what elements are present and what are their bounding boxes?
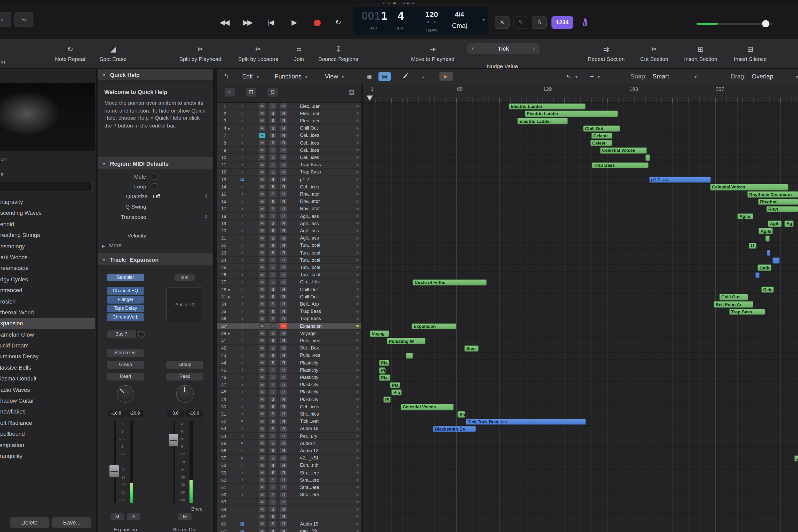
solo-button[interactable]: S xyxy=(269,258,276,263)
library-item[interactable]: Plasma Conduit xyxy=(0,374,95,385)
input-monitor-button[interactable]: I xyxy=(290,441,294,446)
mute-button[interactable]: M xyxy=(259,411,265,417)
region[interactable]: Sh xyxy=(457,411,465,418)
record-enable-button[interactable]: R xyxy=(280,441,287,446)
playhead-marker[interactable] xyxy=(367,95,373,101)
record-enable-button[interactable]: R xyxy=(280,404,287,410)
track-row[interactable]: 15♪MSRRhv...ator xyxy=(217,191,361,198)
pan-knob[interactable] xyxy=(176,385,194,403)
track-row[interactable]: 62♪MSRStra...ere xyxy=(217,491,361,498)
loop-checkbox[interactable] xyxy=(152,183,158,189)
no-overlap-button[interactable]: ✕ xyxy=(495,16,510,29)
solo-button[interactable]: S xyxy=(269,250,276,255)
library-item[interactable]: Antigravity xyxy=(0,197,95,208)
record-enable-button[interactable]: R xyxy=(280,433,287,439)
solo-button[interactable]: S xyxy=(269,507,276,512)
track-row[interactable]: 66▦MSRIAudio 15 xyxy=(217,521,361,528)
solo-button[interactable]: S xyxy=(269,338,276,344)
mute-button[interactable]: M xyxy=(259,133,265,138)
solo-button[interactable]: S xyxy=(269,279,276,285)
track-row[interactable]: 64MSR xyxy=(217,506,361,513)
fader-thumb[interactable] xyxy=(109,464,119,477)
record-enable-button[interactable]: R xyxy=(280,492,287,497)
record-enable-button[interactable]: R xyxy=(280,286,287,292)
fx-slot[interactable]: ChromaVerb xyxy=(107,314,144,321)
input-monitor-button[interactable]: I xyxy=(290,449,294,453)
input-monitor-button[interactable]: I xyxy=(290,272,294,277)
output-slot[interactable]: Stereo Out xyxy=(107,349,144,357)
region[interactable]: Pla xyxy=(390,382,400,388)
solo-button[interactable]: S xyxy=(269,382,276,387)
record-enable-button[interactable]: R xyxy=(280,184,287,190)
mute-button[interactable]: M xyxy=(259,477,265,483)
add-track-button[interactable]: + xyxy=(225,88,235,97)
mute-checkbox[interactable] xyxy=(152,173,158,179)
record-enable-button[interactable]: R xyxy=(280,528,287,532)
track-row[interactable]: 27♪MSRCirc...fths xyxy=(217,279,361,286)
region[interactable]: Circle of Fifths xyxy=(413,279,487,286)
mute-button[interactable]: M xyxy=(259,184,265,190)
library-item[interactable]: Behold xyxy=(0,219,95,230)
mute-button[interactable]: M xyxy=(111,513,124,520)
mute-button[interactable]: M xyxy=(259,235,265,241)
mute-button[interactable]: M xyxy=(259,169,265,175)
midi-in-icon[interactable]: ↰ xyxy=(224,69,229,84)
input-monitor-button[interactable]: I xyxy=(290,456,294,460)
bounce-label[interactable]: Bnce xyxy=(191,506,203,512)
solo-button[interactable]: S xyxy=(269,477,276,483)
track-panel-header[interactable]: ▼ Track: Expansion xyxy=(98,253,213,265)
solo-button[interactable]: S xyxy=(269,286,276,292)
mute-button[interactable]: M xyxy=(178,513,192,520)
record-enable-button[interactable]: R xyxy=(280,345,287,351)
record-enable-button[interactable]: R xyxy=(280,176,287,182)
solo-button[interactable]: S xyxy=(269,411,276,417)
mute-button[interactable]: M xyxy=(259,294,265,300)
solo-button[interactable]: S xyxy=(269,514,276,519)
track-row[interactable]: 2♪MSRElec...der xyxy=(217,110,361,117)
region[interactable] xyxy=(773,257,780,264)
region[interactable]: Ag xyxy=(784,221,794,227)
mute-button[interactable]: M xyxy=(259,191,265,197)
mute-button[interactable]: M xyxy=(259,258,265,263)
region-defaults-header[interactable]: ▼ Region: MIDI Defaults xyxy=(98,157,213,169)
input-monitor-button[interactable]: I xyxy=(290,419,294,423)
solo-button[interactable]: S xyxy=(269,484,276,490)
track-row[interactable]: 60♪MSRStra...ere xyxy=(217,476,361,484)
input-monitor-button[interactable]: I xyxy=(290,258,294,263)
solo-mode-button[interactable]: S xyxy=(532,16,547,29)
mute-button[interactable]: M xyxy=(259,176,265,182)
track-row[interactable]: 38▶♪MSRVoyager xyxy=(217,330,361,337)
record-enable-button[interactable]: R xyxy=(280,375,287,380)
solo-button[interactable]: S xyxy=(269,111,276,116)
master-volume-slider[interactable] xyxy=(696,20,773,27)
record-enable-button[interactable]: R xyxy=(280,272,287,278)
solo-button[interactable]: S xyxy=(269,184,276,190)
region[interactable]: Pla xyxy=(392,389,402,396)
library-item[interactable]: Temptation xyxy=(0,440,95,451)
region[interactable]: Rhythmic Resonator xyxy=(747,191,798,198)
track-row[interactable]: 34♪MSRBell...Arp xyxy=(217,301,361,308)
mute-button[interactable]: M xyxy=(259,426,265,432)
record-enable-button[interactable]: R xyxy=(280,514,287,519)
solo-button[interactable]: S xyxy=(269,404,276,410)
region[interactable]: Celesti xyxy=(590,140,612,146)
mute-button[interactable]: M xyxy=(259,279,265,285)
solo-button[interactable]: S xyxy=(269,492,276,497)
pointer-tool-menu[interactable]: ↖ ▾ xyxy=(566,69,577,84)
mute-button[interactable]: M xyxy=(259,331,265,336)
solo-button[interactable]: S xyxy=(269,528,276,532)
library-item[interactable]: Lucid Dream xyxy=(0,340,95,351)
mute-button[interactable]: M xyxy=(259,308,265,314)
solo-button[interactable]: S xyxy=(269,301,276,307)
region[interactable]: Pla xyxy=(379,360,389,366)
metronome-button[interactable] xyxy=(577,17,593,29)
envelope-icon[interactable]: ▤ xyxy=(346,88,357,97)
record-enable-button[interactable]: R xyxy=(280,147,287,153)
pencil-tool-button[interactable]: ✎ xyxy=(513,16,528,29)
region[interactable]: Rhyt xyxy=(766,206,798,212)
library-item[interactable]: Radio Waves xyxy=(0,384,95,396)
solo-button[interactable]: S xyxy=(269,133,276,138)
track-row[interactable]: 8♪MSRCel...ices xyxy=(217,139,361,147)
track-row[interactable]: 35♪MSRTrap Bass xyxy=(217,308,361,315)
library-item[interactable]: Luminous Decay xyxy=(0,351,95,362)
